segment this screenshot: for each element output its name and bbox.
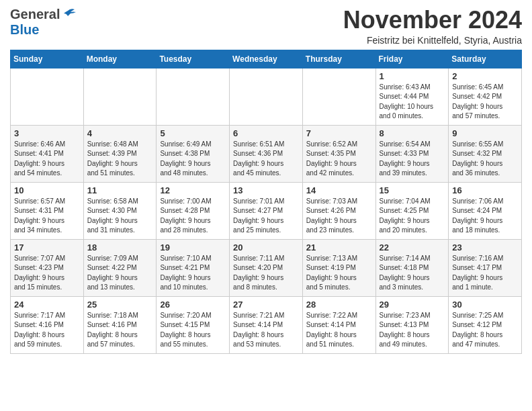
calendar-cell: 20Sunrise: 7:11 AM Sunset: 4:20 PM Dayli… — [230, 239, 303, 296]
calendar-cell: 5Sunrise: 6:49 AM Sunset: 4:38 PM Daylig… — [157, 125, 230, 182]
day-number: 15 — [380, 185, 445, 195]
day-info: Sunrise: 7:20 AM Sunset: 4:15 PM Dayligh… — [160, 311, 226, 350]
day-number: 20 — [233, 242, 299, 253]
day-info: Sunrise: 6:45 AM Sunset: 4:42 PM Dayligh… — [452, 83, 518, 122]
day-info: Sunrise: 7:06 AM Sunset: 4:24 PM Dayligh… — [452, 197, 518, 236]
day-info: Sunrise: 7:07 AM Sunset: 4:23 PM Dayligh… — [14, 254, 80, 293]
day-number: 21 — [306, 242, 372, 253]
day-number: 25 — [87, 300, 153, 310]
day-info: Sunrise: 7:21 AM Sunset: 4:14 PM Dayligh… — [233, 311, 299, 350]
day-info: Sunrise: 6:49 AM Sunset: 4:38 PM Dayligh… — [160, 140, 226, 179]
calendar-cell: 24Sunrise: 7:17 AM Sunset: 4:16 PM Dayli… — [11, 296, 84, 353]
day-number: 12 — [160, 185, 226, 195]
calendar-cell: 16Sunrise: 7:06 AM Sunset: 4:24 PM Dayli… — [449, 182, 522, 239]
day-info: Sunrise: 7:23 AM Sunset: 4:13 PM Dayligh… — [380, 311, 445, 350]
weekday-header-row: SundayMondayTuesdayWednesdayThursdayFrid… — [11, 50, 522, 68]
day-number: 4 — [87, 128, 153, 138]
calendar-cell: 26Sunrise: 7:20 AM Sunset: 4:15 PM Dayli… — [157, 296, 230, 353]
week-row-5: 24Sunrise: 7:17 AM Sunset: 4:16 PM Dayli… — [11, 296, 522, 353]
calendar-cell: 7Sunrise: 6:52 AM Sunset: 4:35 PM Daylig… — [302, 125, 375, 182]
day-number: 9 — [452, 128, 518, 138]
day-number: 23 — [452, 242, 518, 253]
calendar-cell: 12Sunrise: 7:00 AM Sunset: 4:28 PM Dayli… — [157, 182, 230, 239]
calendar-cell: 10Sunrise: 6:57 AM Sunset: 4:31 PM Dayli… — [11, 182, 84, 239]
day-info: Sunrise: 7:22 AM Sunset: 4:14 PM Dayligh… — [306, 311, 372, 350]
weekday-header-saturday: Saturday — [449, 50, 522, 68]
calendar-cell: 23Sunrise: 7:16 AM Sunset: 4:17 PM Dayli… — [449, 239, 522, 296]
week-row-2: 3Sunrise: 6:46 AM Sunset: 4:41 PM Daylig… — [11, 125, 522, 182]
day-info: Sunrise: 7:13 AM Sunset: 4:19 PM Dayligh… — [306, 254, 372, 293]
calendar-cell — [83, 68, 157, 125]
day-number: 19 — [160, 242, 226, 253]
day-info: Sunrise: 7:00 AM Sunset: 4:28 PM Dayligh… — [160, 197, 226, 236]
weekday-header-thursday: Thursday — [302, 50, 375, 68]
title-block: November 2024 Feistritz bei Knittelfeld,… — [343, 7, 522, 46]
day-info: Sunrise: 7:10 AM Sunset: 4:21 PM Dayligh… — [160, 254, 226, 293]
day-info: Sunrise: 6:54 AM Sunset: 4:33 PM Dayligh… — [380, 140, 445, 179]
week-row-3: 10Sunrise: 6:57 AM Sunset: 4:31 PM Dayli… — [11, 182, 522, 239]
header: General Blue November 2024 Feistritz bei… — [10, 7, 522, 46]
location-subtitle: Feistritz bei Knittelfeld, Styria, Austr… — [343, 35, 522, 46]
day-number: 3 — [14, 128, 80, 138]
calendar-cell: 29Sunrise: 7:23 AM Sunset: 4:13 PM Dayli… — [375, 296, 449, 353]
logo-blue-text: Blue — [10, 22, 39, 37]
day-info: Sunrise: 6:58 AM Sunset: 4:30 PM Dayligh… — [87, 197, 153, 236]
calendar-cell: 6Sunrise: 6:51 AM Sunset: 4:36 PM Daylig… — [230, 125, 303, 182]
calendar-cell: 21Sunrise: 7:13 AM Sunset: 4:19 PM Dayli… — [302, 239, 375, 296]
logo-bird-icon — [61, 8, 76, 19]
day-number: 14 — [306, 185, 372, 195]
calendar-cell: 22Sunrise: 7:14 AM Sunset: 4:18 PM Dayli… — [375, 239, 449, 296]
day-info: Sunrise: 7:11 AM Sunset: 4:20 PM Dayligh… — [233, 254, 299, 293]
day-info: Sunrise: 7:18 AM Sunset: 4:16 PM Dayligh… — [87, 311, 153, 350]
day-number: 2 — [452, 71, 518, 81]
calendar-cell: 9Sunrise: 6:55 AM Sunset: 4:32 PM Daylig… — [449, 125, 522, 182]
calendar-cell: 8Sunrise: 6:54 AM Sunset: 4:33 PM Daylig… — [375, 125, 449, 182]
day-info: Sunrise: 6:51 AM Sunset: 4:36 PM Dayligh… — [233, 140, 299, 179]
day-info: Sunrise: 6:48 AM Sunset: 4:39 PM Dayligh… — [87, 140, 153, 179]
day-number: 17 — [14, 242, 80, 253]
calendar-cell — [230, 68, 303, 125]
weekday-header-sunday: Sunday — [11, 50, 84, 68]
calendar-cell: 17Sunrise: 7:07 AM Sunset: 4:23 PM Dayli… — [11, 239, 84, 296]
day-number: 28 — [306, 300, 372, 310]
day-number: 7 — [306, 128, 372, 138]
logo: General Blue — [10, 7, 76, 38]
day-info: Sunrise: 7:09 AM Sunset: 4:22 PM Dayligh… — [87, 254, 153, 293]
day-info: Sunrise: 7:14 AM Sunset: 4:18 PM Dayligh… — [380, 254, 445, 293]
month-year-title: November 2024 — [343, 7, 522, 34]
calendar-cell — [302, 68, 375, 125]
day-number: 26 — [160, 300, 226, 310]
day-info: Sunrise: 6:52 AM Sunset: 4:35 PM Dayligh… — [306, 140, 372, 179]
day-number: 6 — [233, 128, 299, 138]
calendar-table: SundayMondayTuesdayWednesdayThursdayFrid… — [10, 50, 522, 354]
calendar-cell: 15Sunrise: 7:04 AM Sunset: 4:25 PM Dayli… — [375, 182, 449, 239]
day-number: 10 — [14, 185, 80, 195]
day-number: 27 — [233, 300, 299, 310]
calendar-cell: 28Sunrise: 7:22 AM Sunset: 4:14 PM Dayli… — [302, 296, 375, 353]
week-row-4: 17Sunrise: 7:07 AM Sunset: 4:23 PM Dayli… — [11, 239, 522, 296]
day-info: Sunrise: 6:57 AM Sunset: 4:31 PM Dayligh… — [14, 197, 80, 236]
day-number: 22 — [380, 242, 445, 253]
day-info: Sunrise: 7:16 AM Sunset: 4:17 PM Dayligh… — [452, 254, 518, 293]
calendar-cell: 2Sunrise: 6:45 AM Sunset: 4:42 PM Daylig… — [449, 68, 522, 125]
day-info: Sunrise: 7:04 AM Sunset: 4:25 PM Dayligh… — [380, 197, 445, 236]
logo-general-text: General — [10, 7, 60, 22]
calendar-cell: 14Sunrise: 7:03 AM Sunset: 4:26 PM Dayli… — [302, 182, 375, 239]
day-number: 18 — [87, 242, 153, 253]
day-number: 1 — [380, 71, 445, 81]
day-number: 30 — [452, 300, 518, 310]
day-number: 13 — [233, 185, 299, 195]
day-info: Sunrise: 6:43 AM Sunset: 4:44 PM Dayligh… — [380, 83, 445, 122]
day-number: 8 — [380, 128, 445, 138]
calendar-cell: 3Sunrise: 6:46 AM Sunset: 4:41 PM Daylig… — [11, 125, 84, 182]
day-number: 24 — [14, 300, 80, 310]
day-info: Sunrise: 7:03 AM Sunset: 4:26 PM Dayligh… — [306, 197, 372, 236]
calendar-cell: 27Sunrise: 7:21 AM Sunset: 4:14 PM Dayli… — [230, 296, 303, 353]
calendar-cell: 13Sunrise: 7:01 AM Sunset: 4:27 PM Dayli… — [230, 182, 303, 239]
calendar-cell: 30Sunrise: 7:25 AM Sunset: 4:12 PM Dayli… — [449, 296, 522, 353]
day-info: Sunrise: 7:01 AM Sunset: 4:27 PM Dayligh… — [233, 197, 299, 236]
weekday-header-tuesday: Tuesday — [157, 50, 230, 68]
weekday-header-wednesday: Wednesday — [230, 50, 303, 68]
weekday-header-friday: Friday — [375, 50, 449, 68]
calendar-cell: 1Sunrise: 6:43 AM Sunset: 4:44 PM Daylig… — [375, 68, 449, 125]
